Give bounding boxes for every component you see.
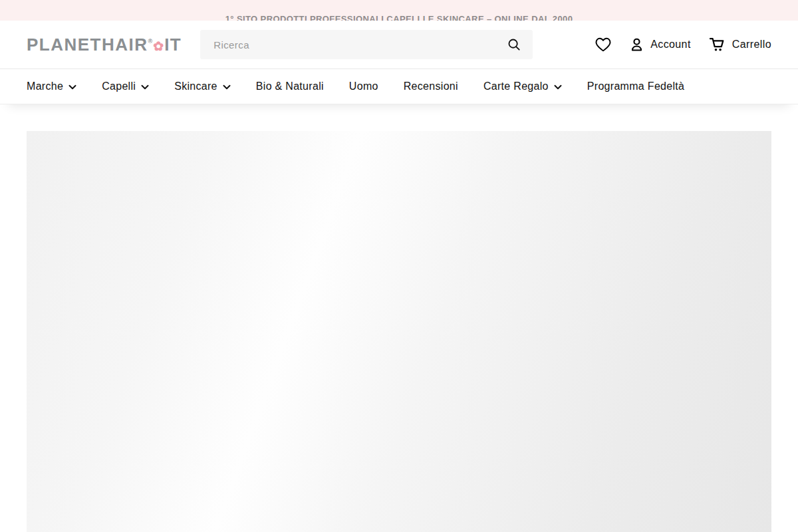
nav-item-marche[interactable]: Marche xyxy=(27,80,76,92)
chevron-down-icon xyxy=(554,84,562,90)
nav-item-label: Carte Regalo xyxy=(483,80,549,92)
cart-icon xyxy=(708,37,726,53)
chevron-down-icon xyxy=(141,84,149,90)
cart-link[interactable]: Carrello xyxy=(708,37,771,53)
search-icon xyxy=(507,37,521,52)
nav-item-bio-naturali[interactable]: Bio & Naturali xyxy=(256,80,324,92)
heart-icon xyxy=(595,37,612,53)
chevron-down-icon xyxy=(68,84,76,90)
search-input[interactable] xyxy=(200,30,533,59)
search-bar xyxy=(200,30,533,59)
hero-image-placeholder xyxy=(27,131,771,532)
user-icon xyxy=(629,37,644,53)
logo[interactable]: PLANETHAIR®✿IT xyxy=(27,35,182,55)
chevron-down-icon xyxy=(223,84,231,90)
header-actions: Account Carrello xyxy=(595,37,771,53)
flower-icon: ✿ xyxy=(153,39,164,54)
logo-brand-text: PLANETHAIR xyxy=(27,35,148,55)
nav-item-programma-fedelta[interactable]: Programma Fedeltà xyxy=(587,80,685,92)
cart-label: Carrello xyxy=(732,39,771,51)
nav-item-label: Uomo xyxy=(349,80,378,92)
nav-item-skincare[interactable]: Skincare xyxy=(174,80,231,92)
nav-item-label: Bio & Naturali xyxy=(256,80,324,92)
nav-item-label: Recensioni xyxy=(404,80,458,92)
logo-registered-mark: ® xyxy=(148,38,153,45)
main-nav: Marche Capelli Skincare Bio & Naturali U… xyxy=(0,69,798,104)
header: PLANETHAIR®✿IT Account xyxy=(0,21,798,69)
main-content xyxy=(0,131,798,532)
nav-item-label: Capelli xyxy=(102,80,136,92)
nav-item-uomo[interactable]: Uomo xyxy=(349,80,378,92)
nav-item-label: Marche xyxy=(27,80,63,92)
nav-item-label: Programma Fedeltà xyxy=(587,80,685,92)
nav-item-capelli[interactable]: Capelli xyxy=(102,80,149,92)
nav-item-carte-regalo[interactable]: Carte Regalo xyxy=(483,80,562,92)
announcement-bar: 1° SITO PRODOTTI PROFESSIONALI CAPELLI E… xyxy=(0,0,798,21)
nav-item-label: Skincare xyxy=(174,80,217,92)
account-label: Account xyxy=(650,39,691,51)
account-link[interactable]: Account xyxy=(629,37,691,53)
nav-item-recensioni[interactable]: Recensioni xyxy=(404,80,458,92)
logo-suffix-text: IT xyxy=(164,35,182,55)
search-button[interactable] xyxy=(502,30,526,59)
announcement-text: 1° SITO PRODOTTI PROFESSIONALI CAPELLI E… xyxy=(0,0,798,21)
wishlist-button[interactable] xyxy=(595,37,612,53)
